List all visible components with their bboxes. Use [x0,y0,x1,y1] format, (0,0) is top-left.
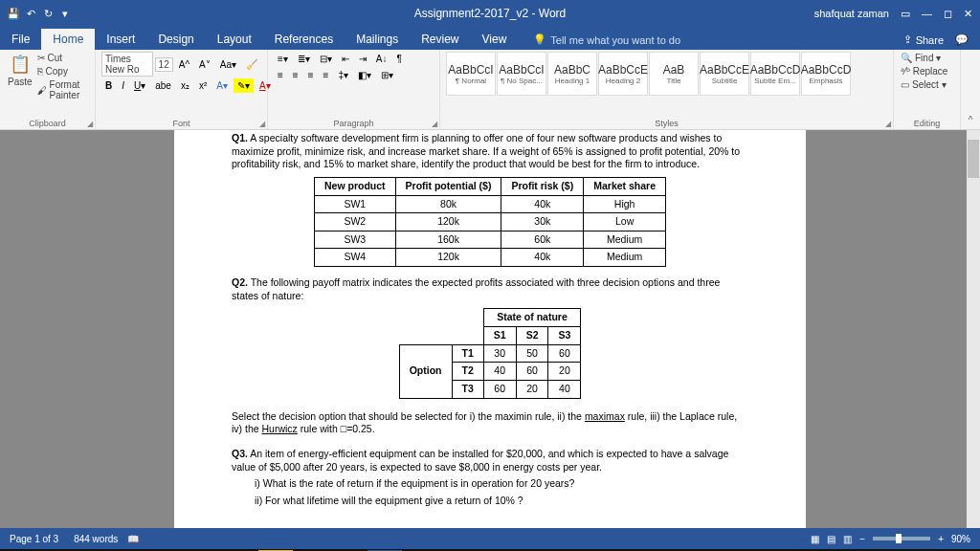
styles-launcher-icon[interactable]: ◢ [885,120,891,128]
italic-button[interactable]: I [118,78,128,93]
align-left-button[interactable]: ≡ [274,68,287,82]
vertical-scrollbar[interactable] [967,130,980,528]
tab-references[interactable]: References [263,29,345,50]
brush-icon: 🖌 [37,85,47,96]
bulb-icon: 💡 [533,33,546,46]
change-case-button[interactable]: Aa▾ [216,57,240,72]
cut-button[interactable]: ✂Cut [36,52,89,64]
font-name-select[interactable]: Times New Ro [101,52,153,77]
font-size-select[interactable]: 12 [155,57,173,72]
group-label: Font [96,119,267,128]
close-icon[interactable]: ✕ [964,8,972,20]
style-item[interactable]: AaBbCHeading 1 [547,52,597,96]
tab-layout[interactable]: Layout [206,29,263,50]
share-button[interactable]: ⇪ Share 💬 [892,30,980,50]
highlight-button[interactable]: ✎▾ [234,78,254,93]
word-count[interactable]: 844 words [74,534,118,544]
tab-design[interactable]: Design [146,29,205,50]
group-label: Styles [440,119,893,128]
user-name: shafquat zaman [814,8,889,19]
copy-button[interactable]: ⎘Copy [36,65,89,77]
format-painter-button[interactable]: 🖌Format Painter [36,78,89,101]
ribbon-options-icon[interactable]: ▭ [901,8,910,20]
zoom-slider[interactable] [873,537,930,540]
find-button[interactable]: 🔍Find▾ [900,52,954,64]
read-mode-icon[interactable]: ▦ [811,534,819,544]
tab-mailings[interactable]: Mailings [345,29,410,50]
save-icon[interactable]: 💾 [8,8,19,19]
q3-text: Q3. An item of energy-efficient equipmen… [232,448,748,474]
style-item[interactable]: AaBbCcDEmphasis [801,52,851,96]
clipboard-launcher-icon[interactable]: ◢ [87,120,93,128]
align-center-button[interactable]: ≡ [289,68,302,82]
select-button[interactable]: ▭Select▾ [900,78,954,91]
group-styles: AaBbCcI¶ NormalAaBbCcI¶ No Spac...AaBbCH… [440,50,894,129]
text-effects-button[interactable]: A▾ [212,78,232,93]
redo-icon[interactable]: ↻ [42,8,54,19]
title-bar: 💾 ↶ ↻ ▾ Assignment2-2017_v2 - Word shafq… [0,0,980,27]
undo-icon[interactable]: ↶ [25,8,36,19]
cut-icon: ✂ [37,53,45,63]
line-spacing-button[interactable]: ‡▾ [334,68,352,82]
strike-button[interactable]: abe [151,78,175,93]
style-item[interactable]: AaBbCcI¶ Normal [446,52,496,96]
style-item[interactable]: AaBbCcEHeading 2 [598,52,648,96]
clear-format-button[interactable]: 🧹 [242,57,261,72]
window-title: Assignment2-2017_v2 - Word [414,7,567,20]
sort-button[interactable]: A↓ [372,52,391,66]
style-item[interactable]: AaBbCcESubtitle [700,52,749,96]
replace-button[interactable]: ᵃ⁄ᵇReplace [900,65,954,77]
group-font: Times New Ro 12 A^ A˅ Aa▾ 🧹 B I U▾ abe x… [96,50,268,129]
tab-home[interactable]: Home [41,29,95,50]
ribbon-tabs: File Home Insert Design Layout Reference… [0,27,980,50]
align-right-button[interactable]: ≡ [304,68,318,82]
page-indicator[interactable]: Page 1 of 3 [10,534,58,544]
group-label: Editing [894,119,960,128]
tab-view[interactable]: View [471,29,519,50]
maximize-icon[interactable]: ◻ [944,8,952,20]
scroll-thumb[interactable] [968,140,979,178]
style-item[interactable]: AaBbCcI¶ No Spac... [497,52,546,96]
tab-insert[interactable]: Insert [95,29,146,50]
paragraph-launcher-icon[interactable]: ◢ [432,120,437,128]
proofing-icon[interactable]: 📖 [127,534,139,544]
font-launcher-icon[interactable]: ◢ [259,120,265,128]
tell-me-search[interactable]: 💡 Tell me what you want to do [525,30,688,50]
comments-icon[interactable]: 💬 [955,33,969,46]
grow-font-button[interactable]: A^ [175,57,193,72]
justify-button[interactable]: ≡ [320,68,333,82]
style-item[interactable]: AaBTitle [649,52,699,96]
paste-button[interactable]: 📋 Paste [6,52,34,101]
web-layout-icon[interactable]: ▥ [843,534,852,544]
bullets-button[interactable]: ≡▾ [274,52,292,66]
borders-button[interactable]: ⊞▾ [377,68,397,82]
increase-indent-button[interactable]: ⇥ [355,52,370,66]
status-bar: Page 1 of 3 844 words 📖 ▦ ▤ ▥ − + 90% [0,528,980,549]
ribbon: 📋 Paste ✂Cut ⎘Copy 🖌Format Painter Clipb… [0,50,980,130]
tab-file[interactable]: File [0,29,41,50]
qat-more-icon[interactable]: ▾ [59,8,71,19]
print-layout-icon[interactable]: ▤ [827,534,835,544]
bold-button[interactable]: B [101,78,116,93]
zoom-level[interactable]: 90% [951,534,970,544]
style-item[interactable]: AaBbCcDSubtle Em... [750,52,800,96]
zoom-out-button[interactable]: − [859,534,865,544]
page[interactable]: Q1. A specialty software development fir… [174,130,806,528]
decrease-indent-button[interactable]: ⇤ [338,52,353,66]
superscript-button[interactable]: x² [195,78,211,93]
q1-text: Q1. A specialty software development fir… [232,132,748,171]
search-icon: 🔍 [901,53,912,63]
numbering-button[interactable]: ≣▾ [294,52,314,66]
zoom-in-button[interactable]: + [938,534,944,544]
group-label: Clipboard [0,119,95,128]
q2-text: Q2. The following payoff matrix indicate… [232,276,748,302]
subscript-button[interactable]: x₂ [177,78,193,93]
shading-button[interactable]: ◧▾ [354,68,375,82]
tab-review[interactable]: Review [410,29,470,50]
collapse-ribbon-icon[interactable]: ^ [969,115,973,125]
shrink-font-button[interactable]: A˅ [195,57,214,72]
show-marks-button[interactable]: ¶ [393,52,406,66]
underline-button[interactable]: U▾ [130,78,149,93]
minimize-icon[interactable]: — [922,8,932,19]
multilevel-button[interactable]: ⊟▾ [316,52,336,66]
